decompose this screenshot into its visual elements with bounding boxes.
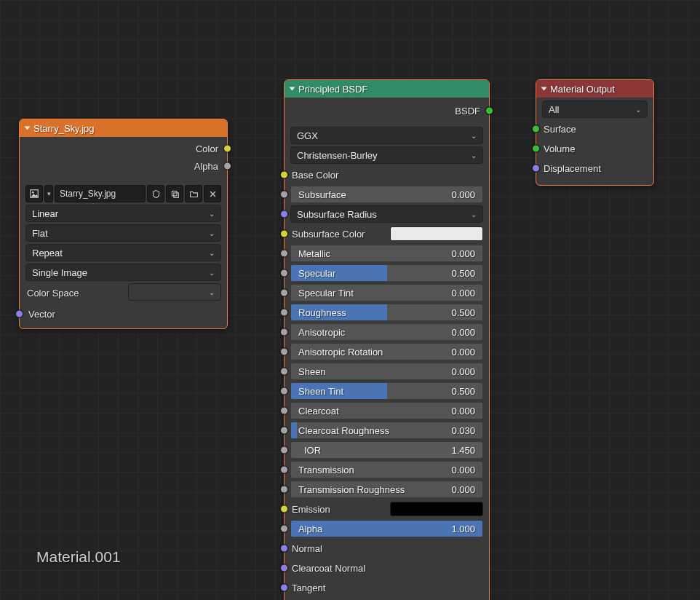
socket-specular-in[interactable] [280, 269, 288, 277]
ior-slider[interactable]: IOR1.450 [290, 441, 483, 459]
socket-metallic-in[interactable] [280, 250, 288, 258]
input-transmission[interactable]: Transmission0.000 [290, 461, 483, 478]
socket-sheen-tint-in[interactable] [280, 387, 288, 395]
bsdf-header[interactable]: Principled BSDF [285, 80, 489, 98]
metallic-slider[interactable]: Metallic0.000 [290, 245, 483, 262]
socket-ior-in[interactable] [280, 446, 288, 454]
input-roughness[interactable]: Roughness0.500 [290, 304, 483, 321]
image-texture-node[interactable]: Starry_Sky.jpg Color Alpha ▾ Starry_Sky.… [19, 119, 228, 329]
roughness-slider[interactable]: Roughness0.500 [290, 304, 483, 321]
input-clearcoat[interactable]: Clearcoat0.000 [290, 402, 483, 419]
input-surface[interactable]: Surface [542, 120, 648, 138]
input-emission[interactable]: Emission [290, 500, 483, 518]
input-displacement[interactable]: Displacement [542, 159, 648, 177]
socket-alpha-in[interactable] [280, 525, 288, 533]
socket-bsdf-out[interactable] [485, 107, 493, 115]
socket-vector-in[interactable] [15, 310, 23, 318]
socket-trans-rough-in[interactable] [280, 486, 288, 494]
socket-clearcoat-rough-in[interactable] [280, 427, 288, 435]
subsurface-method-dropdown[interactable]: Christensen-Burley ⌄ [290, 146, 483, 164]
input-base-color[interactable]: Base Color [290, 166, 483, 183]
image-count-button[interactable]: ▾ [44, 185, 53, 202]
collapse-icon[interactable] [541, 87, 547, 91]
input-sheen[interactable]: Sheen0.000 [290, 363, 483, 380]
input-specular[interactable]: Specular0.500 [290, 264, 483, 282]
specular-tint-slider[interactable]: Specular Tint0.000 [290, 284, 483, 301]
distribution-dropdown[interactable]: GGX ⌄ [290, 127, 483, 144]
transmission-roughness-slider[interactable]: Transmission Roughness0.000 [290, 481, 483, 498]
material-output-header[interactable]: Material Output [536, 80, 653, 98]
output-bsdf[interactable]: BSDF [290, 100, 483, 121]
socket-clearcoat-normal-in[interactable] [280, 564, 288, 572]
input-subsurface-radius[interactable]: Subsurface Radius ⌄ [290, 205, 483, 223]
socket-color-out[interactable] [223, 145, 231, 153]
input-subsurface-color[interactable]: Subsurface Color [290, 225, 483, 242]
open-file-icon[interactable] [185, 185, 202, 202]
socket-specular-tint-in[interactable] [280, 289, 288, 297]
socket-alpha-out[interactable] [223, 162, 231, 170]
image-browse-icon[interactable] [25, 185, 43, 202]
input-transmission-roughness[interactable]: Transmission Roughness0.000 [290, 481, 483, 498]
input-metallic[interactable]: Metallic0.000 [290, 245, 483, 262]
interpolation-dropdown[interactable]: Linear ⌄ [25, 205, 221, 222]
socket-normal-in[interactable] [280, 545, 288, 553]
socket-clearcoat-in[interactable] [280, 407, 288, 415]
input-specular-tint[interactable]: Specular Tint0.000 [290, 284, 483, 301]
principled-bsdf-node[interactable]: Principled BSDF BSDF GGX ⌄ Christensen-B… [284, 79, 490, 600]
socket-displacement-in[interactable] [532, 165, 540, 173]
socket-subsurface-color-in[interactable] [280, 230, 288, 238]
socket-transmission-in[interactable] [280, 466, 288, 474]
socket-aniso-rot-in[interactable] [280, 348, 288, 356]
input-alpha[interactable]: Alpha1.000 [290, 520, 483, 537]
input-volume[interactable]: Volume [542, 140, 648, 157]
subsurface-radius-dropdown[interactable]: Subsurface Radius ⌄ [290, 205, 483, 223]
socket-tangent-in[interactable] [280, 584, 288, 592]
socket-subsurface-radius-in[interactable] [280, 210, 288, 218]
image-texture-header[interactable]: Starry_Sky.jpg [20, 119, 227, 137]
emission-color-swatch[interactable] [390, 502, 483, 516]
input-vector[interactable]: Vector [25, 305, 221, 323]
transmission-slider[interactable]: Transmission0.000 [290, 461, 483, 478]
input-anisotropic-rotation[interactable]: Anisotropic Rotation0.000 [290, 343, 483, 360]
input-clearcoat-normal[interactable]: Clearcoat Normal [290, 559, 483, 577]
collapse-icon[interactable] [290, 87, 295, 91]
clearcoat-roughness-slider[interactable]: Clearcoat Roughness0.030 [290, 422, 483, 439]
source-dropdown[interactable]: Single Image ⌄ [25, 264, 221, 281]
sheen-tint-slider[interactable]: Sheen Tint0.500 [290, 382, 483, 400]
socket-anisotropic-in[interactable] [280, 328, 288, 336]
alpha-slider[interactable]: Alpha1.000 [290, 520, 483, 537]
sheen-slider[interactable]: Sheen0.000 [290, 363, 483, 380]
anisotropic-rotation-slider[interactable]: Anisotropic Rotation0.000 [290, 343, 483, 360]
fake-user-icon[interactable] [147, 185, 164, 202]
subsurface-slider[interactable]: Subsurface 0.000 [290, 186, 483, 203]
target-dropdown[interactable]: All ⌄ [542, 100, 648, 118]
socket-emission-in[interactable] [280, 505, 288, 513]
input-subsurface[interactable]: Subsurface 0.000 [290, 186, 483, 203]
collapse-icon[interactable] [25, 127, 31, 130]
material-output-node[interactable]: Material Output All ⌄ Surface Volume Dis… [536, 79, 654, 186]
unlink-icon[interactable] [204, 185, 221, 202]
copy-icon[interactable] [166, 185, 183, 202]
clearcoat-slider[interactable]: Clearcoat0.000 [290, 402, 483, 419]
socket-surface-in[interactable] [532, 125, 540, 133]
socket-volume-in[interactable] [532, 145, 540, 153]
input-tangent[interactable]: Tangent [290, 579, 483, 596]
socket-sheen-in[interactable] [280, 368, 288, 376]
input-normal[interactable]: Normal [290, 540, 483, 557]
output-color[interactable]: Color [25, 140, 221, 157]
input-ior[interactable]: IOR1.450 [290, 441, 483, 459]
socket-base-color-in[interactable] [280, 171, 288, 179]
subsurface-color-swatch[interactable] [390, 226, 483, 241]
anisotropic-slider[interactable]: Anisotropic0.000 [290, 323, 483, 341]
projection-dropdown[interactable]: Flat ⌄ [25, 224, 221, 242]
extension-dropdown[interactable]: Repeat ⌄ [25, 244, 221, 261]
colorspace-dropdown[interactable]: ⌄ [128, 283, 221, 301]
input-clearcoat-roughness[interactable]: Clearcoat Roughness0.030 [290, 422, 483, 439]
socket-roughness-in[interactable] [280, 309, 288, 317]
socket-subsurface-in[interactable] [280, 191, 288, 199]
output-alpha[interactable]: Alpha [25, 157, 221, 175]
input-anisotropic[interactable]: Anisotropic0.000 [290, 323, 483, 341]
image-filename[interactable]: Starry_Sky.jpg [55, 185, 146, 202]
specular-slider[interactable]: Specular0.500 [290, 264, 483, 282]
input-sheen-tint[interactable]: Sheen Tint0.500 [290, 382, 483, 400]
